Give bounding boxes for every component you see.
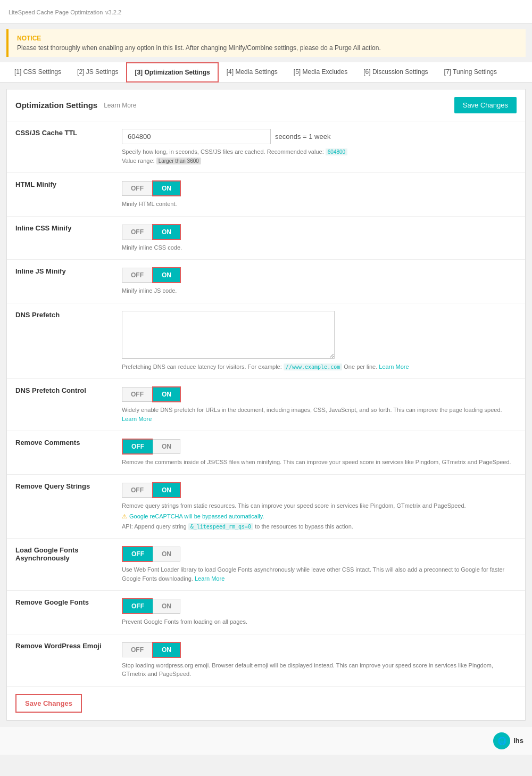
load-google-fonts-learn-more[interactable]: Learn More (195, 575, 225, 582)
inline-js-minify-desc: Minify inline JS code. (122, 286, 517, 295)
label-load-google-fonts: Load Google Fonts Asynchronously (7, 539, 113, 591)
tab-tuning-settings[interactable]: [7] Tuning Settings (436, 62, 505, 82)
control-dns-prefetch-control: OFF ON Widely enable DNS prefetch for UR… (113, 379, 525, 431)
warning-icon: ⚠ (122, 513, 127, 519)
label-remove-comments: Remove Comments (7, 431, 113, 475)
control-remove-query-strings: OFF ON Remove query strings from static … (113, 474, 525, 539)
inline-css-minify-desc: Minify inline CSS code. (122, 243, 517, 252)
toggle-html-minify: OFF ON (122, 180, 517, 196)
control-css-js-cache-ttl: seconds = 1 week Specify how long, in se… (113, 121, 525, 173)
setting-row-dns-prefetch: DNS Prefetch Prefetching DNS can reduce … (7, 303, 525, 379)
remove-google-fonts-off-button[interactable]: OFF (122, 598, 153, 614)
control-html-minify: OFF ON Minify HTML content. (113, 173, 525, 217)
settings-table: CSS/JS Cache TTL seconds = 1 week Specif… (7, 121, 525, 687)
dns-prefetch-control-desc: Widely enable DNS prefetch for URLs in t… (122, 406, 517, 423)
dns-prefetch-desc: Prefetching DNS can reduce latency for v… (122, 362, 517, 372)
css-js-cache-ttl-input[interactable] (122, 129, 271, 144)
remove-comments-on-button[interactable]: ON (153, 439, 180, 454)
inline-js-minify-on-button[interactable]: ON (152, 267, 181, 283)
section-header: Optimization Settings Learn More Save Ch… (7, 89, 525, 121)
page-header: LiteSpeed Cache Page Optimization v3.2.2 (0, 0, 532, 24)
label-inline-css-minify: Inline CSS Minify (7, 216, 113, 260)
page-title: LiteSpeed Cache Page Optimization v3.2.2 (9, 6, 121, 16)
css-js-cache-ttl-desc: Specify how long, in seconds, CSS/JS fil… (122, 147, 517, 165)
control-load-google-fonts: OFF ON Use Web Font Loader library to lo… (113, 539, 525, 591)
label-inline-js-minify: Inline JS Minify (7, 260, 113, 303)
toggle-remove-comments: OFF ON (122, 439, 517, 455)
setting-row-remove-query-strings: Remove Query Strings OFF ON Remove query… (7, 474, 525, 539)
html-minify-desc: Minify HTML content. (122, 200, 517, 209)
tabs-bar: [1] CSS Settings [2] JS Settings [3] Opt… (0, 62, 532, 82)
dns-prefetch-control-on-button[interactable]: ON (152, 386, 181, 402)
inline-css-minify-on-button[interactable]: ON (152, 224, 181, 240)
dns-prefetch-control-learn-more[interactable]: Learn More (122, 416, 152, 422)
remove-query-strings-desc: Remove query strings from static resourc… (122, 501, 517, 531)
notice-text: Please test thoroughly when enabling any… (17, 44, 517, 52)
load-google-fonts-desc: Use Web Font Loader library to load Goog… (122, 565, 517, 583)
toggle-inline-css-minify: OFF ON (122, 224, 517, 240)
inline-js-minify-off-button[interactable]: OFF (122, 268, 152, 283)
section-learn-more[interactable]: Learn More (104, 102, 136, 109)
main-content: Optimization Settings Learn More Save Ch… (6, 89, 526, 721)
setting-row-inline-js-minify: Inline JS Minify OFF ON Minify inline JS… (7, 260, 525, 303)
remove-query-strings-off-button[interactable]: OFF (122, 483, 152, 498)
remove-google-fonts-on-button[interactable]: ON (153, 599, 180, 614)
setting-row-remove-wp-emoji: Remove WordPress Emoji OFF ON Stop loadi… (7, 634, 525, 686)
remove-wp-emoji-off-button[interactable]: OFF (122, 642, 152, 657)
setting-row-remove-comments: Remove Comments OFF ON Remove the commen… (7, 431, 525, 475)
bottom-save-area: Save Changes (7, 687, 525, 720)
notice-bar: NOTICE Please test thoroughly when enabl… (6, 29, 526, 57)
setting-row-inline-css-minify: Inline CSS Minify OFF ON Minify inline C… (7, 216, 525, 260)
setting-row-html-minify: HTML Minify OFF ON Minify HTML content. (7, 173, 525, 217)
ttl-suffix: seconds = 1 week (275, 133, 330, 141)
tab-optimization-settings[interactable]: [3] Optimization Settings (126, 62, 218, 82)
footer-icon: 🌐 (493, 732, 510, 749)
label-dns-prefetch: DNS Prefetch (7, 303, 113, 379)
footer-logo-text: ihs (513, 737, 523, 745)
dns-prefetch-textarea[interactable] (122, 311, 335, 359)
control-inline-css-minify: OFF ON Minify inline CSS code. (113, 216, 525, 260)
html-minify-off-button[interactable]: OFF (122, 181, 152, 196)
save-changes-top-button[interactable]: Save Changes (454, 97, 517, 113)
remove-wp-emoji-on-button[interactable]: ON (152, 642, 181, 658)
load-google-fonts-off-button[interactable]: OFF (122, 546, 153, 562)
remove-comments-desc: Remove the comments inside of JS/CSS fil… (122, 458, 517, 467)
toggle-inline-js-minify: OFF ON (122, 267, 517, 283)
label-css-js-cache-ttl: CSS/JS Cache TTL (7, 121, 113, 173)
notice-title: NOTICE (17, 35, 517, 42)
tab-media-settings[interactable]: [4] Media Settings (219, 62, 286, 82)
setting-row-remove-google-fonts: Remove Google Fonts OFF ON Prevent Googl… (7, 591, 525, 634)
tab-js-settings[interactable]: [2] JS Settings (69, 62, 126, 82)
setting-row-dns-prefetch-control: DNS Prefetch Control OFF ON Widely enabl… (7, 379, 525, 431)
control-dns-prefetch: Prefetching DNS can reduce latency for v… (113, 303, 525, 379)
setting-row-css-js-cache-ttl: CSS/JS Cache TTL seconds = 1 week Specif… (7, 121, 525, 173)
footer-logo: 🌐 ihs (493, 732, 523, 749)
control-remove-wp-emoji: OFF ON Stop loading wordpress.org emoji.… (113, 634, 525, 686)
toggle-load-google-fonts: OFF ON (122, 546, 517, 562)
remove-wp-emoji-desc: Stop loading wordpress.org emoji. Browse… (122, 661, 517, 679)
control-inline-js-minify: OFF ON Minify inline JS code. (113, 260, 525, 303)
toggle-dns-prefetch-control: OFF ON (122, 386, 517, 402)
html-minify-on-button[interactable]: ON (152, 180, 181, 196)
tab-css-settings[interactable]: [1] CSS Settings (6, 62, 69, 82)
remove-query-strings-on-button[interactable]: ON (152, 482, 181, 498)
save-changes-bottom-button[interactable]: Save Changes (15, 694, 82, 713)
label-remove-google-fonts: Remove Google Fonts (7, 591, 113, 634)
tab-media-excludes[interactable]: [5] Media Excludes (286, 62, 355, 82)
inline-css-minify-off-button[interactable]: OFF (122, 225, 152, 240)
label-html-minify: HTML Minify (7, 173, 113, 217)
tab-discussion-settings[interactable]: [6] Discussion Settings (355, 62, 436, 82)
label-dns-prefetch-control: DNS Prefetch Control (7, 379, 113, 431)
dns-prefetch-control-off-button[interactable]: OFF (122, 387, 152, 402)
google-recaptcha-warning: Google reCAPTCHA will be bypassed automa… (129, 513, 264, 519)
remove-comments-off-button[interactable]: OFF (122, 439, 153, 455)
control-remove-google-fonts: OFF ON Prevent Google Fonts from loading… (113, 591, 525, 634)
app-version: v3.2.2 (105, 9, 121, 15)
control-remove-comments: OFF ON Remove the comments inside of JS/… (113, 431, 525, 475)
remove-google-fonts-desc: Prevent Google Fonts from loading on all… (122, 617, 517, 626)
section-title: Optimization Settings (15, 101, 97, 110)
setting-row-load-google-fonts: Load Google Fonts Asynchronously OFF ON … (7, 539, 525, 591)
label-remove-wp-emoji: Remove WordPress Emoji (7, 634, 113, 686)
dns-prefetch-learn-more[interactable]: Learn More (379, 364, 409, 370)
load-google-fonts-on-button[interactable]: ON (153, 547, 180, 562)
